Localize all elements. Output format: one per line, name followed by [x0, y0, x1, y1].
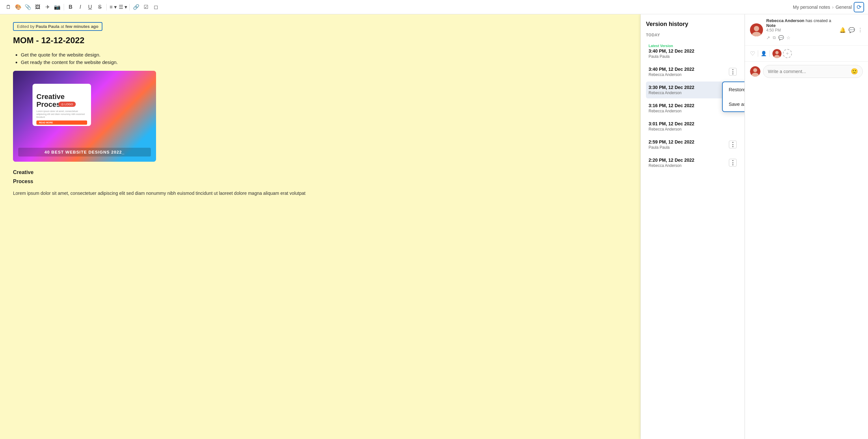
main-area: Edited by Paula Paula at few minutes ago…: [0, 14, 868, 439]
version-time-6: 2:20 PM, 12 Dec 2022: [649, 158, 694, 163]
bell-icon[interactable]: 🔔: [839, 27, 846, 33]
reaction-divider-2: [770, 50, 770, 57]
image-icon[interactable]: 🖼: [33, 3, 42, 12]
divider-2: [106, 4, 106, 10]
version-context-menu: Restore this version Save as new: [722, 81, 744, 112]
version-item-2-info: 3:30 PM, 12 Dec 2022 Rebecca Anderson: [649, 85, 694, 95]
version-item-2[interactable]: 3:30 PM, 12 Dec 2022 Rebecca Anderson ⋮ …: [646, 81, 739, 98]
link-icon[interactable]: 🔗: [132, 3, 141, 12]
restore-version-item[interactable]: Restore this version: [723, 82, 744, 97]
comment-input-wrap: 🙂: [763, 65, 863, 78]
save-as-new-item[interactable]: Save as new: [723, 97, 744, 111]
emoji-picker-icon[interactable]: 🙂: [851, 68, 858, 75]
notification-header: Rebecca Anderson has created a Note 4:50…: [745, 14, 868, 46]
chat-icon[interactable]: 💬: [848, 27, 855, 33]
version-time-5: 2:59 PM, 12 Dec 2022: [649, 139, 694, 144]
notification-avatar: [750, 23, 763, 36]
avatar-stack: +: [772, 49, 792, 58]
section-creative: Creative: [13, 169, 627, 175]
media-icon[interactable]: 📷: [53, 3, 62, 12]
palette-icon[interactable]: 🎨: [14, 3, 23, 12]
version-latest-label: Latest Version: [649, 44, 694, 48]
send-icon[interactable]: ✈: [43, 3, 52, 12]
version-item-5-info: 2:59 PM, 12 Dec 2022 Paula Paula: [649, 139, 694, 150]
bold-icon[interactable]: B: [66, 3, 75, 12]
version-history-title: Version history: [646, 21, 739, 28]
breadcrumb-note[interactable]: My personal notes: [793, 5, 830, 10]
breadcrumb-section[interactable]: General: [836, 5, 852, 10]
document-image: ◎ LOGO Creative Process. Lorem ipsum dol…: [13, 71, 156, 162]
star-icon[interactable]: ☆: [786, 35, 790, 40]
align-icon[interactable]: ≡ ▾: [108, 3, 118, 12]
version-item-1[interactable]: 3:40 PM, 12 Dec 2022 Rebecca Anderson ⋮: [646, 63, 739, 80]
version-item-0[interactable]: Latest Version 3:40 PM, 12 Dec 2022 Paul…: [646, 41, 739, 62]
history-icon: ⟳: [857, 4, 862, 11]
notification-content: Rebecca Anderson has created a Note 4:50…: [766, 18, 836, 41]
bullet-item-2: Get ready the content for the website de…: [21, 60, 627, 65]
mention-icon[interactable]: 👤: [761, 50, 767, 57]
version-item-4[interactable]: 3:01 PM, 12 Dec 2022 Rebecca Anderson: [646, 118, 739, 135]
version-more-btn-1[interactable]: ⋮: [729, 68, 737, 76]
version-more-btn-5[interactable]: ⋮: [729, 141, 737, 148]
toolbar: 🗒 🎨 📎 🖼 ✈ 📷 B I U S ≡ ▾ ☰ ▾ 🔗 ☑ ◻ My per…: [0, 0, 868, 14]
bullet-list: Get the quote for the website design. Ge…: [21, 52, 627, 65]
version-item-6-info: 2:20 PM, 12 Dec 2022 Rebecca Anderson: [649, 158, 694, 168]
edit-info-author: Paula Paula: [36, 24, 60, 29]
breadcrumb: My personal notes › General: [793, 5, 852, 10]
version-time-3: 3:16 PM, 12 Dec 2022: [649, 103, 694, 108]
heart-reaction-icon[interactable]: ♡: [750, 50, 755, 57]
list-icon[interactable]: ☰ ▾: [118, 3, 127, 12]
more-options-icon[interactable]: ⋮: [858, 27, 863, 33]
section-process: Process: [13, 178, 627, 184]
note-icon[interactable]: 🗒: [4, 3, 13, 12]
version-item-6[interactable]: 2:20 PM, 12 Dec 2022 Rebecca Anderson ⋮: [646, 154, 739, 171]
read-more-button[interactable]: READ MORE: [36, 121, 87, 125]
comment-area: 🙂: [745, 62, 868, 81]
avatar-user-1[interactable]: [772, 49, 781, 58]
version-author-2: Rebecca Anderson: [649, 91, 694, 95]
attach-icon[interactable]: 📎: [23, 3, 32, 12]
notification-author: Rebecca Anderson: [766, 18, 804, 23]
version-item-0-info: Latest Version 3:40 PM, 12 Dec 2022 Paul…: [649, 44, 694, 59]
notification-action: has created a: [806, 18, 831, 23]
reaction-bar: ♡ 👤 +: [745, 46, 868, 62]
svg-point-4: [775, 51, 779, 54]
svg-point-7: [753, 68, 757, 72]
version-section-today: TODAY: [646, 33, 739, 37]
version-author-3: Rebecca Anderson: [649, 109, 694, 113]
version-author-1: Rebecca Anderson: [649, 72, 694, 77]
version-item-1-info: 3:40 PM, 12 Dec 2022 Rebecca Anderson: [649, 67, 694, 77]
version-time-0: 3:40 PM, 12 Dec 2022: [649, 48, 694, 54]
copy-icon[interactable]: ⧉: [773, 35, 776, 40]
reaction-divider: [758, 50, 758, 57]
italic-icon[interactable]: I: [76, 3, 85, 12]
version-author-5: Paula Paula: [649, 145, 694, 150]
bullet-item-1: Get the quote for the website design.: [21, 52, 627, 58]
notification-header-icons: 🔔 💬 ⋮: [839, 27, 863, 33]
edit-info-box: Edited by Paula Paula at few minutes ago: [13, 22, 102, 31]
strikethrough-icon[interactable]: S: [95, 3, 104, 12]
editor-area: Edited by Paula Paula at few minutes ago…: [0, 14, 641, 439]
comment-icon[interactable]: 💬: [778, 35, 784, 40]
divider-3: [129, 4, 130, 10]
body-text: Lorem ipsum dolor sit amet, consectetuer…: [13, 190, 627, 197]
version-time-4: 3:01 PM, 12 Dec 2022: [649, 121, 694, 126]
history-button[interactable]: ⟳: [854, 2, 864, 12]
checkbox-icon[interactable]: ☑: [142, 3, 151, 12]
creative-lorem: Lorem ipsum dolor sit amet, consectetuer…: [36, 110, 87, 119]
edit-info-time: few minutes ago: [65, 24, 98, 29]
version-author-4: Rebecca Anderson: [649, 127, 694, 132]
version-item-5[interactable]: 2:59 PM, 12 Dec 2022 Paula Paula ⋮: [646, 136, 739, 153]
eraser-icon[interactable]: ◻: [151, 3, 160, 12]
version-more-btn-6[interactable]: ⋮: [729, 159, 737, 167]
notification-time: 4:50 PM: [766, 28, 836, 32]
comment-input[interactable]: [768, 69, 851, 74]
version-history-panel: Version history TODAY Latest Version 3:4…: [641, 14, 744, 439]
version-time-1: 3:40 PM, 12 Dec 2022: [649, 67, 694, 72]
version-item-3-info: 3:16 PM, 12 Dec 2022 Rebecca Anderson: [649, 103, 694, 113]
external-link-icon[interactable]: ↗: [766, 35, 770, 40]
underline-icon[interactable]: U: [86, 3, 95, 12]
add-avatar-button[interactable]: +: [783, 49, 792, 58]
divider-1: [64, 4, 64, 10]
version-item-4-info: 3:01 PM, 12 Dec 2022 Rebecca Anderson: [649, 121, 694, 132]
